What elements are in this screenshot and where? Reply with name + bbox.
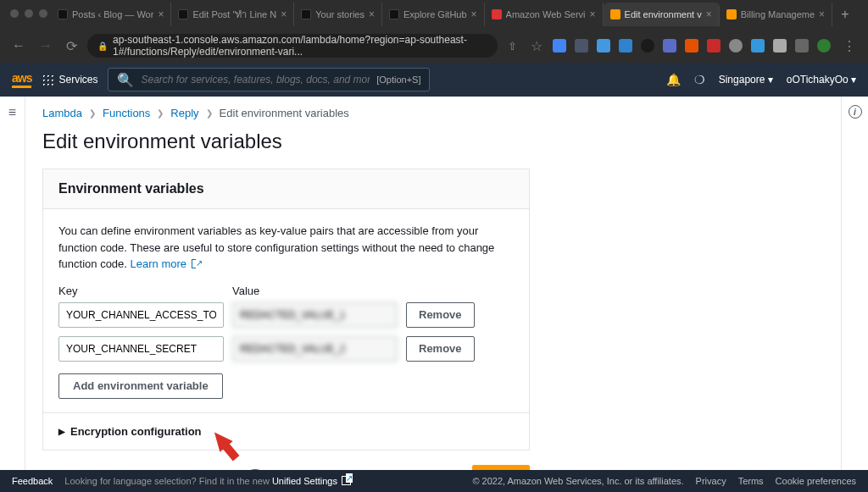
tab-favicon — [58, 9, 68, 19]
traffic-red[interactable] — [10, 9, 19, 18]
traffic-lights — [10, 9, 47, 18]
add-env-var-button[interactable]: Add environment variable — [58, 373, 223, 399]
feedback-button[interactable]: Feedback — [12, 476, 53, 486]
traffic-yellow[interactable] — [25, 9, 33, 18]
aws-logo[interactable]: aws — [12, 71, 31, 88]
profile-avatar[interactable] — [817, 39, 831, 53]
sidebar-toggle[interactable]: ≡ — [0, 97, 25, 470]
back-button[interactable]: ← — [8, 35, 29, 57]
env-key-input[interactable] — [58, 336, 224, 362]
ext-icon[interactable] — [795, 39, 809, 53]
browser-tab[interactable]: Posts ‹ Blog — Wor× — [51, 3, 171, 26]
panel-title: Environment variables — [58, 181, 514, 196]
new-tab-button[interactable]: + — [832, 7, 857, 22]
tab-close-icon[interactable]: × — [158, 8, 164, 20]
info-rail[interactable]: i — [841, 97, 868, 470]
grid-icon — [42, 74, 53, 86]
form-actions: Cancel Save — [42, 451, 530, 471]
tab-title: Amazon Web Servi — [506, 9, 586, 19]
tab-title: Edit environment v — [625, 9, 702, 19]
aws-top-nav: aws Services 🔍 [Option+S] 🔔 ❍ Singapore … — [0, 63, 868, 97]
remove-button[interactable]: Remove — [406, 336, 475, 362]
user-menu[interactable]: oOTichakyOo ▾ — [787, 74, 856, 86]
help-icon[interactable]: ❍ — [694, 73, 705, 86]
tab-favicon — [492, 9, 502, 19]
ext-icon[interactable] — [575, 39, 588, 53]
cancel-button[interactable]: Cancel — [407, 464, 464, 471]
url-text: ap-southeast-1.console.aws.amazon.com/la… — [113, 34, 487, 58]
terms-link[interactable]: Terms — [738, 476, 764, 486]
privacy-link[interactable]: Privacy — [696, 476, 726, 486]
chevron-right-icon: ❯ — [89, 108, 96, 118]
info-icon: i — [849, 105, 862, 119]
cookies-link[interactable]: Cookie preferences — [776, 476, 856, 486]
ext-icon[interactable] — [751, 39, 765, 53]
tab-close-icon[interactable]: × — [590, 8, 596, 20]
ext-icon[interactable] — [729, 39, 743, 53]
env-var-row: Remove — [58, 336, 514, 362]
breadcrumb-link[interactable]: Reply — [170, 107, 198, 119]
browser-tab[interactable]: Amazon Web Servi× — [485, 3, 604, 26]
services-label: Services — [58, 74, 97, 86]
panel-header: Environment variables — [43, 169, 529, 209]
notifications-icon[interactable]: 🔔 — [666, 73, 681, 86]
tab-favicon — [301, 9, 311, 19]
search-input[interactable] — [141, 74, 370, 86]
breadcrumb-current: Edit environment variables — [220, 107, 349, 119]
tab-close-icon[interactable]: × — [281, 8, 287, 20]
tab-close-icon[interactable]: × — [471, 8, 477, 20]
env-value-input[interactable] — [232, 302, 398, 328]
breadcrumb: Lambda ❯ Functions ❯ Reply ❯ Edit enviro… — [42, 97, 824, 130]
value-column-header: Value — [232, 285, 398, 297]
ext-icon[interactable] — [685, 39, 698, 53]
learn-more-link[interactable]: Learn more — [131, 257, 186, 270]
tab-close-icon[interactable]: × — [706, 8, 712, 20]
remove-button[interactable]: Remove — [406, 302, 475, 328]
env-value-input[interactable] — [232, 336, 398, 362]
ext-icon[interactable] — [641, 39, 654, 53]
tab-favicon — [178, 9, 188, 19]
encryption-config-toggle[interactable]: ▶ Encryption configuration — [43, 412, 529, 450]
tab-title: Billing Manageme — [741, 9, 815, 19]
share-button[interactable]: ⇧ — [504, 36, 520, 56]
region-selector[interactable]: Singapore ▾ — [719, 74, 773, 86]
tab-close-icon[interactable]: × — [369, 8, 375, 20]
tab-title: Posts ‹ Blog — Wor — [72, 9, 153, 19]
menu-button[interactable]: ⋮ — [839, 35, 860, 58]
browser-tab[interactable]: Billing Manageme× — [720, 3, 832, 26]
services-button[interactable]: Services — [42, 74, 97, 86]
env-key-input[interactable] — [58, 302, 224, 328]
tab-title: Your stories — [315, 9, 364, 19]
unified-settings-link[interactable]: Unified Settings — [272, 476, 337, 486]
ext-icon[interactable] — [597, 39, 610, 53]
breadcrumb-link[interactable]: Lambda — [42, 107, 82, 119]
url-box[interactable]: 🔒 ap-southeast-1.console.aws.amazon.com/… — [87, 34, 498, 58]
browser-tab[interactable]: Your stories× — [294, 3, 382, 26]
external-link-icon — [342, 476, 351, 485]
browser-tab[interactable]: Edit Post "ทำ Line N× — [171, 3, 294, 26]
breadcrumb-link[interactable]: Functions — [103, 107, 150, 119]
ext-icon[interactable] — [707, 39, 721, 53]
env-vars-panel: Environment variables You can define env… — [42, 169, 530, 451]
tab-favicon — [610, 9, 620, 19]
ext-icon[interactable] — [553, 39, 566, 53]
ext-icon[interactable] — [619, 39, 632, 53]
hamburger-icon: ≡ — [8, 105, 16, 120]
forward-button[interactable]: → — [36, 35, 56, 57]
aws-search[interactable]: 🔍 [Option+S] — [108, 68, 430, 91]
browser-tab[interactable]: Edit environment v× — [604, 3, 720, 26]
chevron-right-icon: ❯ — [206, 108, 213, 118]
panel-description: You can define environment variables as … — [58, 223, 514, 273]
reload-button[interactable]: ⟳ — [63, 35, 81, 58]
ext-icon[interactable] — [773, 39, 787, 53]
tab-close-icon[interactable]: × — [819, 8, 825, 20]
extension-icons: ⋮ — [553, 35, 860, 58]
search-shortcut: [Option+S] — [376, 75, 420, 85]
lock-icon: 🔒 — [97, 41, 108, 51]
star-button[interactable]: ☆ — [527, 35, 546, 58]
ext-icon[interactable] — [663, 39, 676, 53]
search-icon: 🔍 — [117, 72, 134, 88]
tab-favicon — [726, 9, 737, 19]
browser-tab[interactable]: Explore GitHub× — [382, 3, 485, 26]
traffic-green[interactable] — [39, 9, 47, 18]
